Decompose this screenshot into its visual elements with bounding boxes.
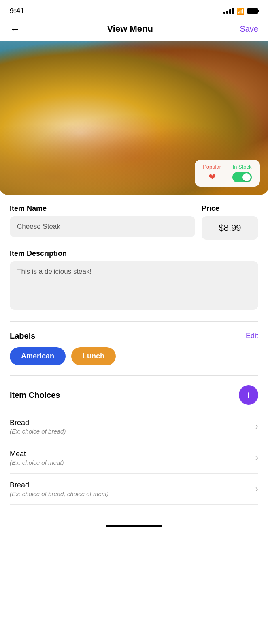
choice-item-bread-1[interactable]: Bread (Ex: choice of bread) › — [10, 411, 258, 442]
item-name-input[interactable] — [10, 216, 195, 237]
save-button[interactable]: Save — [240, 24, 258, 34]
choice-text-bread-2: Bread (Ex: choice of bread, choice of me… — [10, 481, 108, 497]
item-name-label: Item Name — [10, 204, 195, 213]
labels-section: Labels Edit American Lunch — [10, 331, 258, 365]
chevron-right-icon-2: › — [255, 453, 258, 463]
hero-image-container: Popular ❤ In Stock — [0, 41, 268, 195]
labels-title: Labels — [10, 331, 35, 341]
status-time: 9:41 — [10, 7, 24, 15]
choice-item-meat[interactable]: Meat (Ex: choice of meat) › — [10, 442, 258, 474]
choice-name-bread-1: Bread — [10, 419, 66, 427]
status-icons: 📶 — [223, 7, 258, 15]
toggle-knob — [242, 173, 251, 181]
in-stock-toggle[interactable] — [232, 172, 252, 182]
in-stock-label: In Stock — [233, 164, 252, 170]
choice-desc-meat: (Ex: choice of meat) — [10, 459, 64, 466]
choice-desc-bread-2: (Ex: choice of bread, choice of meat) — [10, 490, 108, 497]
wifi-icon: 📶 — [236, 7, 245, 15]
price-group: Price — [202, 204, 258, 240]
plus-icon: + — [245, 389, 252, 401]
battery-icon — [247, 8, 258, 14]
label-lunch: Lunch — [71, 347, 116, 365]
choices-title: Item Choices — [10, 391, 60, 400]
popular-badge: Popular ❤ — [203, 164, 221, 182]
labels-edit-button[interactable]: Edit — [246, 332, 258, 340]
chevron-right-icon-1: › — [255, 421, 258, 432]
choice-name-bread-2: Bread — [10, 481, 108, 489]
labels-list: American Lunch — [10, 347, 258, 365]
back-button[interactable]: ← — [10, 24, 20, 34]
home-indicator — [0, 517, 268, 534]
badges-container: Popular ❤ In Stock — [195, 160, 260, 187]
chevron-right-icon-3: › — [255, 484, 258, 494]
choices-header: Item Choices + — [10, 385, 258, 405]
heart-icon: ❤ — [208, 172, 216, 182]
add-choice-button[interactable]: + — [239, 385, 258, 405]
main-content: Item Name Price Item Description Labels … — [0, 204, 268, 505]
page-title: View Menu — [107, 24, 153, 34]
choices-section: Item Choices + Bread (Ex: choice of brea… — [10, 385, 258, 505]
name-price-row: Item Name Price — [10, 204, 258, 240]
price-input[interactable] — [202, 216, 258, 240]
popular-label: Popular — [203, 164, 221, 170]
nav-header: ← View Menu Save — [0, 20, 268, 41]
price-label: Price — [202, 204, 258, 213]
choice-item-bread-2[interactable]: Bread (Ex: choice of bread, choice of me… — [10, 474, 258, 505]
choice-desc-bread-1: (Ex: choice of bread) — [10, 428, 66, 435]
choice-text-meat: Meat (Ex: choice of meat) — [10, 450, 64, 466]
choice-text-bread-1: Bread (Ex: choice of bread) — [10, 419, 66, 435]
divider-1 — [10, 321, 258, 322]
home-bar — [106, 525, 162, 527]
description-label: Item Description — [10, 249, 67, 258]
description-textarea[interactable] — [10, 261, 258, 310]
description-section: Item Description — [10, 249, 258, 311]
divider-2 — [10, 375, 258, 376]
labels-header: Labels Edit — [10, 331, 258, 341]
choice-name-meat: Meat — [10, 450, 64, 458]
label-american: American — [10, 347, 66, 365]
in-stock-badge: In Stock — [232, 164, 252, 182]
item-name-group: Item Name — [10, 204, 195, 237]
status-bar: 9:41 📶 — [0, 0, 268, 20]
signal-icon — [223, 8, 234, 14]
